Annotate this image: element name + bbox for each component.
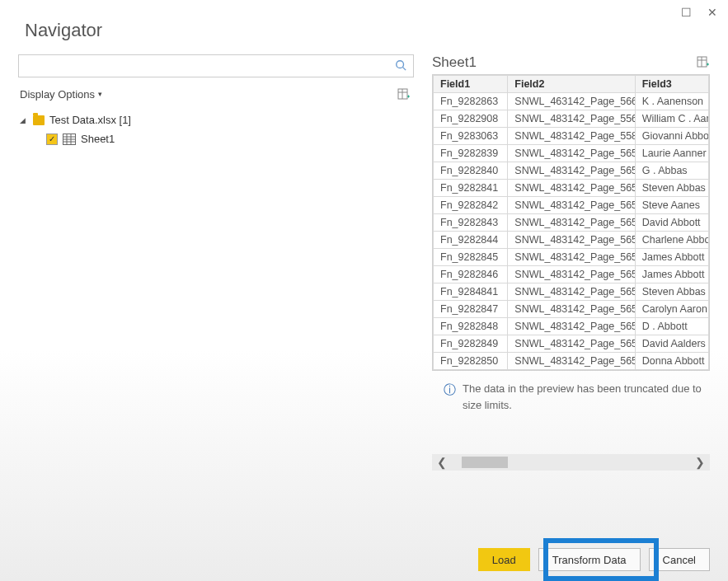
table-cell: Fn_9282908: [434, 110, 508, 128]
table-cell: SNWL_483142_Page_5658: [508, 283, 635, 301]
table-cell: SNWL_483142_Page_5658: [508, 214, 635, 232]
table-cell: Fn_9282850: [434, 353, 508, 370]
table-row[interactable]: Fn_9282845SNWL_483142_Page_5658James Abb…: [434, 249, 709, 266]
table-cell: David Aalders: [635, 335, 708, 353]
table-row[interactable]: Fn_9284841SNWL_483142_Page_5658Steven Ab…: [434, 283, 709, 301]
table-cell: SNWL_483142_Page_5659: [508, 301, 635, 318]
table-cell: David Abbott: [635, 214, 708, 232]
chevron-down-icon: ▾: [98, 90, 102, 98]
tree-file-item[interactable]: ◢ Test Data.xlsx [1]: [18, 110, 414, 129]
table-cell: SNWL_483142_Page_5658: [508, 197, 635, 214]
table-row[interactable]: Fn_9282863SNWL_463142_Page_5661K . Aanen…: [434, 93, 709, 110]
transform-data-button[interactable]: Transform Data: [538, 548, 641, 571]
table-row[interactable]: Fn_9282850SNWL_483142_Page_5659Donna Abb…: [434, 353, 709, 370]
table-cell: Fn_9284841: [434, 283, 508, 301]
table-cell: Fn_9282848: [434, 318, 508, 335]
table-cell: SNWL_483142_Page_5658: [508, 162, 635, 180]
table-cell: Donna Abbott: [635, 353, 708, 370]
display-options-label: Display Options: [20, 88, 95, 101]
preview-title: Sheet1: [432, 54, 477, 71]
table-row[interactable]: Fn_9283063SNWL_483142_Page_5588Giovanni …: [434, 128, 709, 145]
table-cell: K . Aanenson: [635, 93, 708, 110]
table-row[interactable]: Fn_9282840SNWL_483142_Page_5658G . Abbas: [434, 162, 709, 180]
table-cell: SNWL_483142_Page_5659: [508, 353, 635, 370]
table-cell: SNWL_483142_Page_5588: [508, 128, 635, 145]
table-row[interactable]: Fn_9282908SNWL_483142_Page_5567William C…: [434, 110, 709, 128]
table-cell: Fn_9282847: [434, 301, 508, 318]
load-button[interactable]: Load: [478, 548, 530, 571]
table-icon: [63, 134, 76, 145]
table-cell: William C . Aar: [635, 110, 708, 128]
table-cell: SNWL_483142_Page_5659: [508, 318, 635, 335]
search-box[interactable]: [18, 54, 414, 77]
svg-line-1: [403, 67, 406, 70]
table-cell: Fn_9282844: [434, 232, 508, 249]
table-cell: Fn_9282841: [434, 180, 508, 197]
table-refresh-icon[interactable]: [397, 87, 411, 101]
truncation-info: ⓘ The data in the preview has been trunc…: [432, 371, 710, 413]
tree-sheet-item[interactable]: ✓ Sheet1: [18, 129, 414, 148]
scroll-thumb[interactable]: [462, 457, 508, 468]
scroll-left-icon[interactable]: ❮: [432, 456, 452, 469]
table-cell: G . Abbas: [635, 162, 708, 180]
navigator-left-pane: Display Options ▾ ◢ Test Data.xlsx [1] ✓…: [18, 54, 414, 471]
navigator-tree: ◢ Test Data.xlsx [1] ✓ Sheet1: [18, 110, 414, 148]
table-cell: Fn_9282846: [434, 266, 508, 283]
sheet-checkbox[interactable]: ✓: [46, 134, 58, 145]
table-row[interactable]: Fn_9282848SNWL_483142_Page_5659D . Abbot…: [434, 318, 709, 335]
table-row[interactable]: Fn_9282847SNWL_483142_Page_5659Carolyn A…: [434, 301, 709, 318]
table-cell: Giovanni Abbo: [635, 128, 708, 145]
cancel-button[interactable]: Cancel: [649, 548, 710, 571]
preview-pane: Sheet1 Field1 Field2 Field3 Fn_9282863SN…: [432, 54, 710, 471]
search-input[interactable]: [26, 60, 395, 73]
table-cell: Steven Abbas: [635, 283, 708, 301]
table-header-row: Field1 Field2 Field3: [434, 76, 709, 93]
search-icon[interactable]: [395, 59, 406, 73]
table-cell: Steven Abbas: [635, 180, 708, 197]
caret-down-icon: ◢: [20, 116, 28, 124]
table-row[interactable]: Fn_9282846SNWL_483142_Page_5658James Abb…: [434, 266, 709, 283]
table-row[interactable]: Fn_9282849SNWL_483142_Page_5659David Aal…: [434, 335, 709, 353]
maximize-icon[interactable]: ☐: [680, 7, 692, 18]
info-text: The data in the preview has been truncat…: [463, 381, 708, 413]
table-cell: Fn_9282845: [434, 249, 508, 266]
column-header[interactable]: Field1: [434, 76, 508, 93]
svg-point-0: [397, 60, 404, 68]
preview-table: Field1 Field2 Field3 Fn_9282863SNWL_4631…: [433, 75, 709, 370]
table-cell: SNWL_483142_Page_5659: [508, 335, 635, 353]
table-cell: Fn_9282843: [434, 214, 508, 232]
column-header[interactable]: Field2: [508, 76, 635, 93]
table-cell: Fn_9283063: [434, 128, 508, 145]
table-row[interactable]: Fn_9282844SNWL_483142_Page_5658Charlene …: [434, 232, 709, 249]
table-cell: Charlene Abbo: [635, 232, 708, 249]
table-cell: Fn_9282849: [434, 335, 508, 353]
table-cell: Fn_9282839: [434, 145, 508, 162]
table-cell: Fn_9282863: [434, 93, 508, 110]
table-cell: SNWL_463142_Page_5661: [508, 93, 635, 110]
table-cell: SNWL_483142_Page_5658: [508, 145, 635, 162]
table-row[interactable]: Fn_9282842SNWL_483142_Page_5658Steve Aan…: [434, 197, 709, 214]
dialog-title: Navigator: [0, 0, 728, 54]
display-options-dropdown[interactable]: Display Options ▾: [20, 88, 102, 101]
tree-sheet-label: Sheet1: [81, 133, 115, 145]
table-cell: Fn_9282842: [434, 197, 508, 214]
table-row[interactable]: Fn_9282843SNWL_483142_Page_5658David Abb…: [434, 214, 709, 232]
table-cell: SNWL_483142_Page_5658: [508, 180, 635, 197]
column-header[interactable]: Field3: [635, 76, 708, 93]
info-icon: ⓘ: [444, 381, 456, 413]
close-icon[interactable]: ✕: [707, 7, 718, 18]
table-cell: Steve Aanes: [635, 197, 708, 214]
scroll-right-icon[interactable]: ❯: [690, 456, 710, 469]
window-controls: ☐ ✕: [680, 7, 718, 18]
table-refresh-icon[interactable]: [697, 55, 710, 71]
horizontal-scrollbar[interactable]: ❮ ❯: [432, 454, 710, 471]
table-cell: SNWL_483142_Page_5567: [508, 110, 635, 128]
table-cell: James Abbott: [635, 249, 708, 266]
tree-file-label: Test Data.xlsx [1]: [49, 114, 131, 126]
table-cell: D . Abbott: [635, 318, 708, 335]
table-cell: Laurie Aanner: [635, 145, 708, 162]
table-row[interactable]: Fn_9282839SNWL_483142_Page_5658Laurie Aa…: [434, 145, 709, 162]
table-cell: Fn_9282840: [434, 162, 508, 180]
table-row[interactable]: Fn_9282841SNWL_483142_Page_5658Steven Ab…: [434, 180, 709, 197]
table-cell: Carolyn Aaron: [635, 301, 708, 318]
